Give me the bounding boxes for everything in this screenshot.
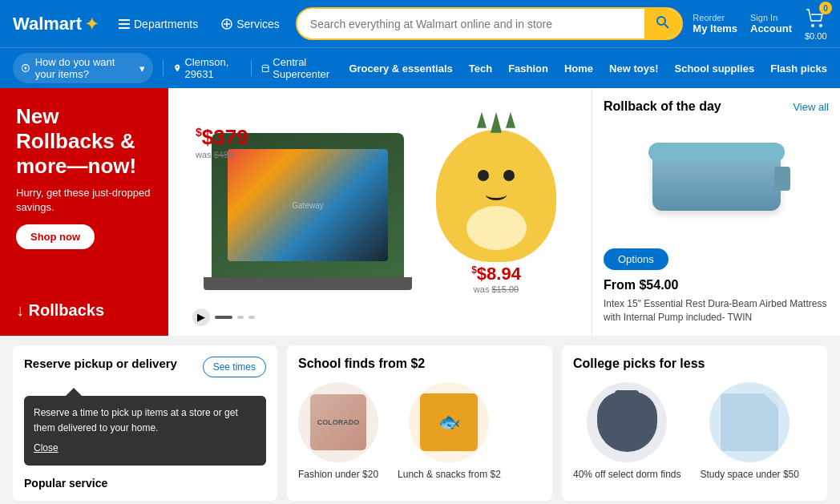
rollbacks-label: ↓ Rollbacks	[16, 301, 152, 320]
college-products: 40% off select dorm finds Study space un…	[573, 382, 816, 480]
college-item-dorm[interactable]: 40% off select dorm finds	[573, 382, 681, 480]
nav-school[interactable]: School supplies	[675, 62, 755, 75]
college-title: College picks for less	[573, 357, 816, 371]
search-button[interactable]	[644, 9, 681, 38]
search-input[interactable]	[297, 11, 645, 37]
carousel-next-button[interactable]: ▶	[192, 308, 210, 326]
squishmallow-eyes	[478, 170, 515, 181]
airbed-image	[604, 120, 829, 240]
svg-rect-2	[119, 27, 130, 29]
carousel-dot-active	[215, 316, 232, 319]
account-button[interactable]: Sign In Account	[750, 13, 792, 34]
site-header: Walmart ✦ Departments Services Reorder M…	[0, 0, 840, 47]
college-dorm-image	[587, 382, 667, 462]
svg-rect-13	[262, 67, 268, 71]
rollback-product-name: Intex 15" Essential Rest Dura-Beam Airbe…	[604, 297, 829, 325]
reorder-button[interactable]: Reorder My Items	[693, 13, 737, 34]
walmart-logo[interactable]: Walmart ✦	[13, 14, 99, 34]
departments-button[interactable]: Departments	[111, 14, 204, 34]
shop-now-button[interactable]: Shop now	[16, 224, 95, 249]
bottom-section: Reserve pickup or delivery See times Res…	[0, 336, 840, 504]
chevron-down-icon: ▾	[139, 62, 145, 75]
hero-promo: New Rollbacks & more—now! Hurry, get the…	[0, 88, 168, 336]
rollback-header: Rollback of the day View all	[604, 99, 829, 114]
school-item-snacks[interactable]: 🐟 Lunch & snacks from $2	[398, 382, 501, 480]
subheader: How do you want your items? ▾ Clemson, 2…	[0, 47, 840, 88]
svg-rect-1	[119, 23, 130, 25]
options-button-wrapper: Options	[604, 248, 829, 270]
hero-subtext: Hurry, get these just-dropped savings.	[16, 186, 152, 215]
tooltip-close-link[interactable]: Close	[34, 441, 256, 456]
carousel-controls: ▶	[192, 308, 255, 326]
squishmallow-body	[436, 130, 556, 262]
airbed-top-layer	[648, 143, 785, 162]
view-all-link[interactable]: View all	[793, 101, 829, 113]
nav-grocery[interactable]: Grocery & essentials	[349, 62, 452, 75]
logo-text: Walmart	[13, 14, 82, 34]
laptop-product: $$379 was $489 Gateway	[204, 133, 412, 290]
svg-point-8	[811, 24, 814, 27]
spark-icon: ✦	[85, 14, 99, 34]
category-nav: Grocery & essentials Tech Fashion Home N…	[349, 62, 827, 75]
college-dorm-label: 40% off select dorm finds	[573, 469, 681, 480]
squishmallow-crown	[477, 112, 515, 133]
pickup-tooltip: Reserve a time to pick up items at a sto…	[24, 396, 266, 466]
hero-section: New Rollbacks & more—now! Hurry, get the…	[0, 88, 592, 336]
nav-toys[interactable]: New toys!	[609, 62, 658, 75]
college-card: College picks for less 40% off select do…	[562, 345, 827, 502]
laptop-price-tag: $$379 was $489	[196, 125, 248, 159]
services-button[interactable]: Services	[214, 14, 286, 34]
school-snacks-label: Lunch & snacks from $2	[398, 469, 501, 480]
nav-home[interactable]: Home	[564, 62, 593, 75]
header-actions: Reorder My Items Sign In Account 0 $0.00	[693, 6, 827, 41]
squishmallow-belly	[466, 206, 527, 250]
rollback-title: Rollback of the day	[604, 99, 721, 114]
location-info[interactable]: Clemson, 29631	[173, 56, 241, 80]
school-title: School finds from $2	[298, 357, 541, 371]
svg-point-12	[176, 66, 178, 67]
rollback-price: From $54.00	[604, 278, 829, 292]
school-fashion-image: COLORADO	[298, 382, 378, 462]
nav-tech[interactable]: Tech	[469, 62, 492, 75]
tooltip-arrow	[66, 388, 82, 404]
cart-price: $0.00	[805, 31, 827, 41]
carousel-dot	[237, 316, 244, 319]
school-fashion-label: Fashion under $20	[298, 469, 378, 480]
school-item-fashion[interactable]: COLORADO Fashion under $20	[298, 382, 378, 480]
options-button[interactable]: Options	[604, 248, 668, 270]
school-snacks-image: 🐟	[409, 382, 489, 462]
see-times-button[interactable]: See times	[203, 357, 266, 377]
search-bar	[296, 7, 684, 40]
rollback-sidebar: Rollback of the day View all Options Fro…	[592, 88, 840, 336]
school-products: COLORADO Fashion under $20 🐟 Lunch & sna…	[298, 382, 541, 480]
school-card: School finds from $2 COLORADO Fashion un…	[287, 345, 552, 502]
airbed-pump	[774, 167, 790, 191]
college-study-image	[709, 382, 790, 462]
svg-line-7	[664, 24, 668, 28]
carousel-dot	[248, 316, 255, 319]
svg-point-6	[657, 17, 665, 25]
airbed-illustration	[652, 151, 781, 211]
svg-point-11	[24, 67, 26, 70]
college-study-label: Study space under $50	[701, 469, 799, 480]
cart-badge: 0	[819, 2, 832, 14]
squishmallow-price: $$8.94 was $15.00	[471, 264, 521, 294]
main-content: New Rollbacks & more—now! Hurry, get the…	[0, 88, 840, 336]
hero-heading: New Rollbacks & more—now!	[16, 104, 152, 179]
svg-point-9	[819, 24, 822, 27]
cart-button[interactable]: 0 $0.00	[805, 6, 827, 41]
store-info[interactable]: Central Supercenter	[261, 56, 342, 80]
squishmallow-smile	[486, 189, 507, 200]
svg-rect-0	[119, 19, 130, 21]
nav-flash[interactable]: Flash picks	[770, 62, 827, 75]
laptop-base	[204, 277, 412, 290]
delivery-selector[interactable]: How do you want your items? ▾	[13, 53, 153, 83]
squishmallow-product: $$8.94 was $15.00	[436, 130, 556, 294]
pickup-card: Reserve pickup or delivery See times Res…	[13, 345, 277, 502]
hero-products: $$379 was $489 Gateway	[168, 88, 592, 336]
college-item-study[interactable]: Study space under $50	[701, 382, 799, 480]
nav-fashion[interactable]: Fashion	[508, 62, 548, 75]
popular-services-label: Popular service	[24, 477, 266, 490]
